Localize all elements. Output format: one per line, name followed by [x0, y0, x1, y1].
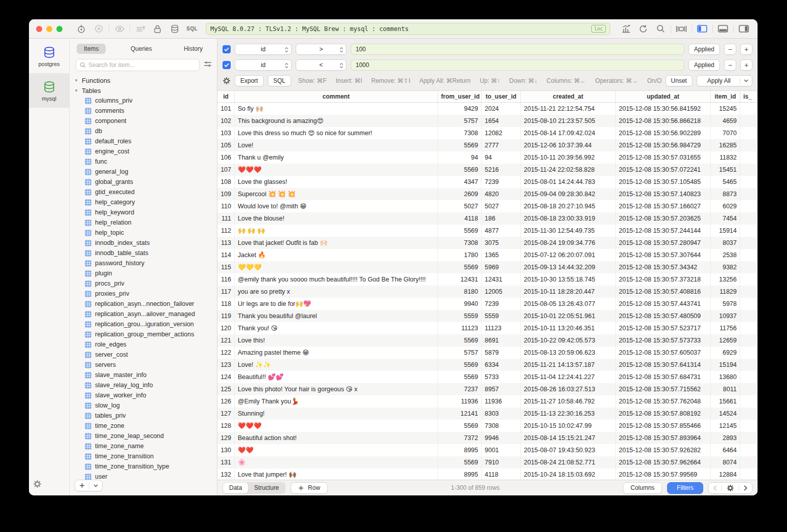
table-row-116[interactable]: 116@emily thank you soooo much beautiful… — [217, 273, 758, 286]
sidebar-table-gtid_executed[interactable]: gtid_executed — [74, 187, 217, 197]
column-header-to_user_id[interactable]: to_user_id — [482, 91, 521, 102]
sidebar-table-general_log[interactable]: general_log — [74, 167, 217, 177]
export-button[interactable]: Export — [235, 75, 264, 86]
import-export-list-icon[interactable] — [134, 23, 147, 35]
sidebar-table-slave_worker_info[interactable]: slave_worker_info — [74, 390, 217, 400]
table-row-115[interactable]: 115💛💛💛556959692015-09-13 14:44:32.209201… — [217, 261, 758, 273]
add-filter-button[interactable]: + — [740, 44, 752, 55]
table-row-107[interactable]: 107❤️❤️❤️556952162015-11-24 22:02:58.828… — [217, 164, 758, 176]
search-input[interactable]: Search for item... — [76, 59, 200, 71]
sidebar-table-password_history[interactable]: password_history — [74, 258, 217, 268]
table-row-120[interactable]: 120Thank you! 😘11123111232015-10-11 13:2… — [217, 322, 758, 334]
remove-filter-button[interactable]: − — [724, 44, 736, 55]
add-filter-button[interactable]: + — [740, 59, 752, 71]
sidebar-table-time_zone_transition_type[interactable]: time_zone_transition_type — [74, 461, 217, 472]
sidebar-table-comments[interactable]: comments — [74, 106, 217, 116]
table-row-110[interactable]: 110Would love to! @mith 😁502750272015-08… — [217, 200, 758, 212]
sidebar-table-help_relation[interactable]: help_relation — [74, 217, 217, 228]
tab-data[interactable]: Data — [223, 483, 248, 493]
filter-enabled-checkbox[interactable] — [223, 61, 231, 69]
preview-eye-icon[interactable] — [113, 23, 126, 35]
toggle-right-panel-icon[interactable] — [737, 23, 750, 35]
previous-page-button[interactable] — [709, 485, 721, 491]
filter-value-input[interactable]: 100 — [351, 44, 684, 55]
sidebar-table-servers[interactable]: servers — [74, 360, 217, 370]
remove-filter-button[interactable]: − — [724, 59, 736, 71]
fit-columns-icon[interactable] — [675, 23, 688, 35]
group-tables[interactable]: ▾ Tables — [74, 85, 217, 96]
toggle-left-panel-icon[interactable] — [696, 23, 709, 35]
connection-mysql[interactable]: mysql — [29, 73, 69, 108]
add-row-button[interactable]: Row — [291, 482, 328, 494]
sidebar-table-replication_asyn...ailover_managed[interactable]: replication_asyn...ailover_managed — [74, 309, 217, 319]
sidebar-table-engine_cost[interactable]: engine_cost — [74, 146, 217, 157]
sidebar-table-help_topic[interactable]: help_topic — [74, 228, 217, 238]
filter-applied-button[interactable]: Applied — [688, 44, 720, 55]
table-row-132[interactable]: 132Love that jumper! 🙌🏾899541182015-10-2… — [217, 468, 758, 480]
sidebar-table-server_cost[interactable]: server_cost — [74, 350, 217, 360]
sidebar-table-plugin[interactable]: plugin — [74, 268, 217, 278]
sidebar-table-db[interactable]: db — [74, 126, 217, 136]
sidebar-table-procs_priv[interactable]: procs_priv — [74, 278, 217, 289]
filter-applied-button[interactable]: Applied — [688, 59, 720, 71]
filter-value-input[interactable]: 1000 — [351, 59, 684, 71]
tab-items[interactable]: Items — [77, 44, 106, 54]
filter-column-select[interactable]: id — [235, 44, 292, 55]
sql-editor-icon[interactable]: SQL — [186, 26, 198, 32]
table-row-123[interactable]: 123Love! ✨✨556963342015-11-21 14:13:57.1… — [217, 359, 758, 371]
table-row-108[interactable]: 108Love the glasses!434772392015-08-01 1… — [217, 176, 758, 188]
sidebar-table-func[interactable]: func — [74, 157, 217, 167]
table-row-119[interactable]: 119Thank you beautiful @laurel5559555920… — [217, 310, 758, 322]
sql-button[interactable]: SQL — [268, 75, 291, 86]
column-header-id[interactable]: id — [217, 91, 235, 102]
disconnect-icon[interactable] — [92, 23, 105, 35]
table-row-128[interactable]: 128❤️❤️❤️556973082015-10-15 10:02:47.992… — [217, 420, 758, 432]
database-icon[interactable] — [168, 23, 181, 35]
column-header-is_[interactable]: is_ — [740, 91, 758, 102]
group-functions[interactable]: ▾ Functions — [74, 75, 217, 85]
analytics-chart-icon[interactable] — [619, 23, 633, 35]
sidebar-table-help_keyword[interactable]: help_keyword — [74, 207, 217, 217]
filter-settings-gear-icon[interactable] — [223, 77, 231, 85]
search-icon[interactable] — [654, 23, 667, 35]
tab-queries[interactable]: Queries — [123, 44, 159, 54]
tab-history[interactable]: History — [177, 44, 210, 54]
table-row-114[interactable]: 114Jacket 🔥178013652015-07-12 06:20:07.0… — [217, 249, 758, 261]
column-header-item_id[interactable]: item_id — [711, 91, 740, 102]
sidebar-table-slow_log[interactable]: slow_log — [74, 400, 217, 411]
minimize-window-button[interactable] — [46, 26, 52, 32]
column-header-comment[interactable]: comment — [235, 91, 438, 102]
sidebar-table-slave_master_info[interactable]: slave_master_info — [74, 370, 217, 380]
filter-enabled-checkbox[interactable] — [223, 45, 231, 53]
table-row-124[interactable]: 124Beautiful!! 💕💕556957332015-11-04 12:2… — [217, 371, 758, 383]
tab-structure[interactable]: Structure — [248, 483, 285, 493]
close-window-button[interactable] — [36, 26, 42, 32]
table-row-113[interactable]: 113Love that jacket! Outfit is fab 🙌🏻730… — [217, 237, 758, 249]
add-item-button[interactable] — [75, 483, 89, 488]
sidebar-table-global_grants[interactable]: global_grants — [74, 177, 217, 187]
sidebar-table-component[interactable]: component — [74, 116, 217, 126]
table-row-111[interactable]: 111Love the blouse!41181862015-08-18 23:… — [217, 212, 758, 225]
sidebar-table-time_zone_leap_second[interactable]: time_zone_leap_second — [74, 431, 217, 441]
sidebar-table-innodb_table_stats[interactable]: innodb_table_stats — [74, 248, 217, 258]
sidebar-table-time_zone_transition[interactable]: time_zone_transition — [74, 451, 217, 461]
sidebar-table-proxies_priv[interactable]: proxies_priv — [74, 289, 217, 299]
table-row-105[interactable]: 105Love!556927772015-12-06 10:37:39.4420… — [217, 139, 758, 151]
table-row-122[interactable]: 122Amazing pastel theme 😁575758792015-08… — [217, 347, 758, 359]
filter-column-select[interactable]: id — [235, 59, 292, 71]
page-settings-gear-icon[interactable] — [722, 484, 739, 492]
filter-operator-select[interactable]: < — [296, 59, 347, 71]
filters-button[interactable]: Filters — [667, 482, 703, 494]
columns-button[interactable]: Columns — [623, 482, 662, 494]
connection-postgres[interactable]: postgres — [29, 39, 69, 73]
zoom-window-button[interactable] — [56, 26, 62, 32]
refresh-icon[interactable] — [637, 23, 650, 35]
table-row-126[interactable]: 126@Emily Thank you💃11936119362015-11-27… — [217, 395, 758, 408]
table-row-121[interactable]: 121Love this!556986912015-10-22 09:42:05… — [217, 334, 758, 347]
settings-gear-icon[interactable] — [33, 480, 42, 490]
table-row-103[interactable]: 103Love this dress so much 😍 so nice for… — [217, 127, 758, 139]
table-row-112[interactable]: 112🙌 🙌 🙌556948772015-11-30 12:54:49.7352… — [217, 225, 758, 237]
apply-all-button[interactable]: Apply All — [697, 75, 752, 86]
filter-sliders-icon[interactable] — [204, 60, 212, 70]
column-header-from_user_id[interactable]: from_user_id — [438, 91, 482, 102]
